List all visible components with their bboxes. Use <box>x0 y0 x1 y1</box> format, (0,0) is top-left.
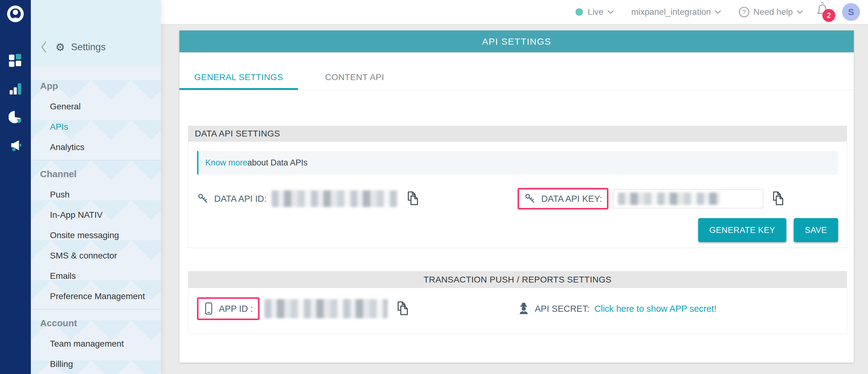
api-secret-label: API SECRET: <box>535 304 589 314</box>
env-switcher[interactable]: Live <box>576 7 614 17</box>
settings-sidebar: ⚙ Settings App General APIs Analytics Ch… <box>31 0 161 374</box>
tab-bar: GENERAL SETTINGS CONTENT API <box>179 53 854 90</box>
page-title: API SETTINGS <box>482 36 552 47</box>
data-api-key-label: DATA API KEY: <box>541 194 602 204</box>
secret-agent-icon <box>518 302 530 315</box>
sidebar-item-inapp-nativ[interactable]: In-App NATIV <box>31 205 161 225</box>
campaigns-megaphone-icon[interactable] <box>9 139 22 154</box>
redacted-data-api-key <box>618 193 720 205</box>
know-more-link[interactable]: Know more <box>205 158 248 168</box>
help-circle-icon: ? <box>739 6 750 18</box>
key-icon <box>524 193 536 205</box>
sidebar-nav: App General APIs Analytics Channel Push … <box>31 66 161 374</box>
transaction-settings-header: TRANSACTION PUSH / REPORTS SETTINGS <box>188 271 847 288</box>
sidebar-header: ⚙ Settings <box>31 0 161 66</box>
transaction-settings-body: APP ID : <box>188 288 847 334</box>
sidebar-item-push[interactable]: Push <box>31 184 161 205</box>
sidebar-divider <box>31 160 161 161</box>
sidebar-item-analytics[interactable]: Analytics <box>31 137 161 158</box>
sidebar-item-sms-connector[interactable]: SMS & connector <box>31 245 161 266</box>
sidebar-section-account: Account <box>31 313 161 334</box>
key-icon <box>197 193 209 205</box>
moengage-logo-icon[interactable] <box>6 5 24 24</box>
sidebar-item-emails[interactable]: Emails <box>31 266 161 286</box>
show-app-secret-link[interactable]: Click here to show APP secret! <box>594 304 716 314</box>
sidebar-section-app: App <box>31 75 161 96</box>
main-page: API SETTINGS GENERAL SETTINGS CONTENT AP… <box>161 25 868 374</box>
data-api-settings-header: DATA API SETTINGS <box>188 126 847 142</box>
sidebar-title: Settings <box>71 42 105 53</box>
data-api-actions: GENERATE KEY SAVE <box>197 218 838 242</box>
tab-general-settings[interactable]: GENERAL SETTINGS <box>179 67 298 90</box>
nav-rail <box>0 0 31 374</box>
app-id-highlight: APP ID : <box>197 297 259 320</box>
gear-icon: ⚙ <box>56 42 65 53</box>
mobile-phone-icon <box>204 302 214 315</box>
user-avatar[interactable]: S <box>842 3 860 21</box>
data-api-key-highlight: DATA API KEY: <box>518 188 609 209</box>
analytics-bars-icon[interactable] <box>9 82 22 97</box>
sidebar-item-team-management[interactable]: Team management <box>31 334 161 354</box>
page-title-banner: API SETTINGS <box>179 31 854 53</box>
project-switcher[interactable]: mixpanel_integration <box>631 7 721 17</box>
save-button[interactable]: SAVE <box>794 218 838 242</box>
sidebar-item-onsite-messaging[interactable]: Onsite messaging <box>31 225 161 245</box>
data-api-fields-row: DATA API ID: <box>197 188 838 209</box>
project-name: mixpanel_integration <box>631 7 711 17</box>
sidebar-divider <box>31 309 161 310</box>
data-api-settings-body: Know more about Data APIs DATA API ID: <box>188 142 847 248</box>
data-api-id-field: DATA API ID: <box>197 191 518 207</box>
generate-key-button[interactable]: GENERATE KEY <box>698 218 786 242</box>
chevron-down-icon <box>607 10 614 14</box>
app-root: ⚙ Settings App General APIs Analytics Ch… <box>0 0 868 374</box>
transaction-fields-row: APP ID : <box>197 297 838 320</box>
tab-content-api[interactable]: CONTENT API <box>310 67 399 90</box>
topbar: Live mixpanel_integration ? Need help <box>161 0 868 25</box>
chevron-down-icon <box>797 10 803 14</box>
data-api-key-field: DATA API KEY: <box>518 188 838 209</box>
copy-icon[interactable] <box>396 301 410 316</box>
chevron-down-icon <box>714 10 721 14</box>
help-label: Need help <box>753 7 793 17</box>
dashboard-icon[interactable] <box>9 54 22 68</box>
sidebar-item-apis[interactable]: APIs <box>31 117 161 137</box>
help-menu[interactable]: ? Need help <box>739 6 803 18</box>
redacted-app-id <box>265 299 388 318</box>
notifications-bell[interactable]: 2 <box>815 2 833 22</box>
sidebar-item-preference-management[interactable]: Preference Management <box>31 286 161 307</box>
redacted-data-api-id <box>272 191 398 207</box>
back-icon[interactable] <box>40 41 48 53</box>
copy-icon[interactable] <box>406 191 420 206</box>
copy-icon[interactable] <box>771 191 785 206</box>
info-banner: Know more about Data APIs <box>197 151 838 174</box>
api-settings-card: API SETTINGS GENERAL SETTINGS CONTENT AP… <box>179 31 854 363</box>
sidebar-item-billing[interactable]: Billing <box>31 354 161 374</box>
sidebar-section-channel: Channel <box>31 164 161 184</box>
live-label: Live <box>588 7 603 17</box>
segments-pie-icon[interactable] <box>9 110 22 125</box>
svg-text:?: ? <box>743 9 746 15</box>
info-text: about Data APIs <box>248 158 308 168</box>
app-id-field: APP ID : <box>197 297 518 320</box>
data-api-settings-panel: DATA API SETTINGS Know more about Data A… <box>188 126 847 248</box>
transaction-settings-panel: TRANSACTION PUSH / REPORTS SETTINGS APP … <box>188 271 847 334</box>
data-api-id-label: DATA API ID: <box>214 194 267 204</box>
notification-badge: 2 <box>823 9 835 22</box>
api-secret-field: API SECRET: Click here to show APP secre… <box>518 302 838 315</box>
sidebar-item-general[interactable]: General <box>31 96 161 117</box>
data-api-key-input[interactable] <box>613 189 763 208</box>
live-status-dot <box>576 8 583 16</box>
app-id-label: APP ID : <box>219 304 253 314</box>
